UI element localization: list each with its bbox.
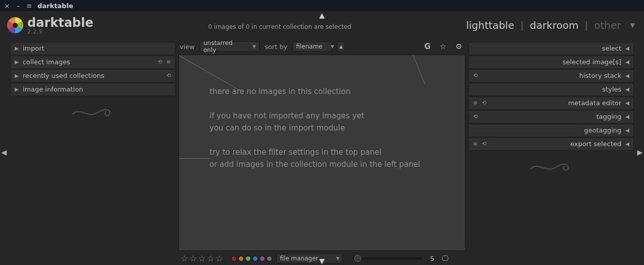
svg-point-0 — [13, 23, 18, 28]
panel-selected-images[interactable]: selected image[s] ◀ — [468, 56, 634, 69]
collapse-left-icon[interactable]: ◀ — [2, 148, 7, 156]
expand-icon: ◀ — [625, 124, 629, 137]
color-label-dot[interactable] — [260, 256, 265, 261]
zoom-slider[interactable] — [352, 257, 423, 259]
window-close-button[interactable]: × — [4, 2, 10, 10]
panel-metadata-editor[interactable]: ≡ ⟲ metadata editor ◀ — [468, 97, 634, 110]
reset-icon[interactable]: ⟲ — [482, 97, 486, 110]
reset-icon[interactable]: ⟲ — [482, 138, 486, 151]
star-icon[interactable]: ☆ — [198, 253, 206, 263]
views-dropdown-icon[interactable]: ▼ — [630, 22, 635, 29]
expand-icon: ◀ — [625, 138, 629, 151]
panel-label: import — [23, 42, 45, 55]
color-label-dot[interactable] — [238, 256, 244, 261]
empty-hint: if you have not imported any images yet — [209, 110, 445, 122]
panel-label: selected image[s] — [563, 56, 621, 69]
presets-icon[interactable]: ≡ — [473, 97, 478, 110]
right-sidebar: select ◀ selected image[s] ◀ ⟲ history s… — [466, 39, 636, 265]
panel-label: recently used collections — [23, 69, 105, 82]
panel-import[interactable]: ▶ import — [10, 42, 176, 55]
color-label-dot[interactable] — [267, 256, 272, 261]
panel-tagging[interactable]: ⟲ tagging ◀ — [468, 110, 634, 123]
display-icon[interactable]: 🖵 — [442, 254, 449, 262]
panel-recent-collections[interactable]: ▶ recently used collections ⟲ — [10, 69, 176, 82]
empty-hint: try to relax the filter settings in the … — [209, 146, 445, 158]
layout-mode-select[interactable]: file manager ▼ — [276, 253, 343, 263]
rating-stars[interactable]: ☆ ☆ ☆ ☆ ☆ — [181, 253, 223, 263]
collapse-bottom-icon[interactable]: ▼ — [319, 257, 325, 265]
panel-label: collect images — [23, 56, 70, 69]
presets-icon[interactable]: ≡ — [166, 56, 171, 69]
panel-select[interactable]: select ◀ — [468, 42, 634, 55]
expand-icon: ◀ — [625, 69, 629, 82]
expand-icon: ◀ — [625, 56, 629, 69]
collection-status: 0 images of 0 in current collection are … — [94, 20, 466, 30]
left-sidebar: ▶ import ▶ collect images ⟲ ≡ ▶ recently… — [8, 39, 178, 265]
reset-icon[interactable]: ⟲ — [473, 69, 478, 82]
panel-label: metadata editor — [568, 97, 621, 110]
panel-geotagging[interactable]: geotagging ◀ — [468, 124, 634, 137]
star-icon[interactable]: ☆ — [207, 253, 214, 263]
panel-label: tagging — [596, 110, 622, 123]
hint-line — [366, 55, 425, 84]
brand: darktable 2.2.5 — [6, 16, 94, 34]
collapse-right-icon[interactable]: ▶ — [637, 148, 643, 156]
panel-label: history stack — [579, 69, 621, 82]
window-menu-button[interactable]: ≡ — [26, 2, 32, 10]
collapse-top-icon[interactable]: ▲ — [319, 11, 325, 19]
color-label-dot[interactable] — [252, 256, 258, 261]
panel-collect-images[interactable]: ▶ collect images ⟲ ≡ — [10, 56, 176, 69]
select-value: unstarred only — [203, 39, 244, 54]
group-toggle-icon[interactable]: G — [422, 42, 433, 51]
sort-by-select[interactable]: filename▼ — [292, 41, 332, 52]
panel-label: geotagging — [584, 124, 621, 137]
color-label-dot[interactable] — [245, 256, 251, 261]
chevron-down-icon: ▼ — [252, 44, 256, 49]
reset-icon[interactable]: ⟲ — [158, 56, 162, 69]
chevron-down-icon: ▼ — [331, 44, 334, 49]
expand-icon: ▶ — [15, 42, 19, 55]
view-filter-label: view — [180, 43, 195, 51]
view-lighttable[interactable]: lighttable — [466, 19, 514, 31]
empty-hint: or add images in the collection module i… — [209, 158, 445, 170]
expand-icon: ▶ — [15, 83, 19, 96]
panel-styles[interactable]: styles ◀ — [468, 83, 634, 96]
view-other[interactable]: other — [594, 19, 621, 31]
zoom-value: 5 — [427, 255, 437, 262]
sort-direction-button[interactable]: ▲ — [337, 41, 345, 52]
reset-icon[interactable]: ⟲ — [473, 110, 478, 123]
empty-hint: there are no images in this collection — [209, 85, 445, 98]
select-value: filename — [296, 43, 322, 50]
reset-icon[interactable]: ⟲ — [166, 69, 171, 82]
panel-history-stack[interactable]: ⟲ history stack ◀ — [468, 69, 634, 82]
panel-label: image information — [23, 83, 83, 96]
panel-image-information[interactable]: ▶ image information — [10, 83, 176, 96]
star-icon[interactable]: ☆ — [189, 253, 197, 263]
chevron-down-icon: ▼ — [336, 256, 339, 261]
window-title: darktable — [37, 2, 73, 10]
logo-icon — [6, 16, 24, 34]
slider-knob[interactable] — [354, 255, 361, 262]
expand-icon: ◀ — [625, 83, 629, 96]
preferences-gear-icon[interactable]: ⚙ — [454, 42, 464, 51]
view-darkroom[interactable]: darkroom — [530, 19, 579, 31]
star-overlay-icon[interactable]: ☆ — [438, 42, 448, 51]
expand-icon: ▶ — [15, 56, 19, 69]
star-icon[interactable]: ☆ — [181, 253, 188, 263]
panel-label: select — [602, 42, 622, 55]
expand-icon: ◀ — [625, 97, 629, 110]
panel-label: export selected — [570, 138, 621, 151]
star-icon[interactable]: ☆ — [216, 253, 223, 263]
view-divider: | — [585, 19, 588, 31]
view-filter-select[interactable]: unstarred only▼ — [200, 41, 260, 52]
presets-icon[interactable]: ≡ — [473, 138, 478, 151]
window-minimize-button[interactable]: – — [15, 2, 21, 10]
flourish-icon — [466, 151, 636, 186]
flourish-icon — [8, 97, 178, 131]
empty-hint: you can do so in the import module — [209, 122, 445, 134]
panel-export-selected[interactable]: ≡ ⟲ export selected ◀ — [468, 138, 634, 151]
sort-by-label: sort by — [265, 43, 287, 51]
color-label-dot[interactable] — [231, 256, 237, 261]
view-divider: | — [520, 19, 524, 31]
expand-icon: ▶ — [15, 69, 19, 82]
